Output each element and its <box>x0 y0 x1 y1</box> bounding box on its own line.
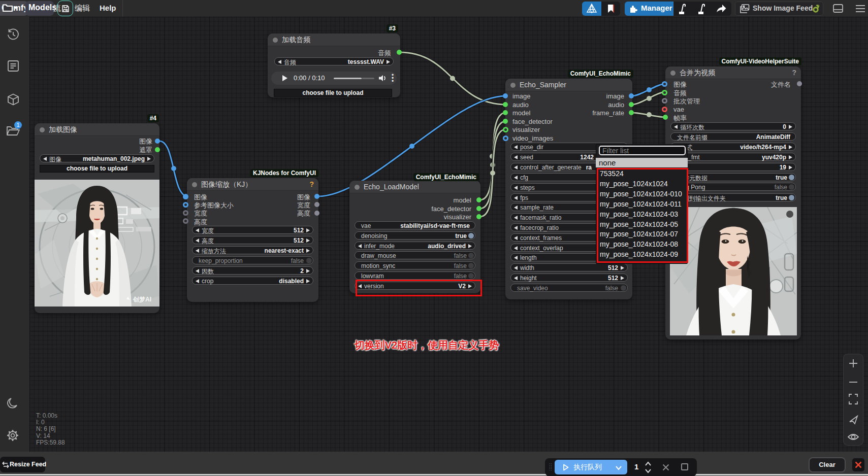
svg-text:创梦AI: 创梦AI <box>133 296 151 303</box>
